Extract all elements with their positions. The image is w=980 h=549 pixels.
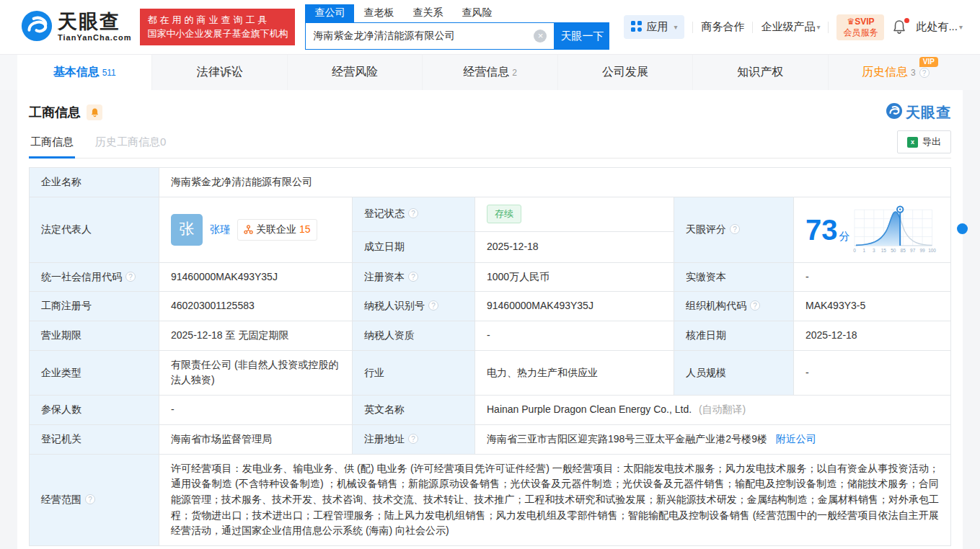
table-row: 企业类型 有限责任公司 (非自然人投资或控股的法人独资) 行业 电力、热力生产和… bbox=[30, 350, 951, 395]
logo-title: 天眼查 bbox=[58, 12, 131, 32]
svg-text:99: 99 bbox=[919, 248, 925, 253]
avatar[interactable]: 张 bbox=[171, 214, 203, 246]
legal-rep-cell: 张 张瑾 关联企业 15 bbox=[159, 197, 353, 262]
nav-more-menu[interactable]: 此处有... ▾ bbox=[916, 20, 963, 34]
chevron-down-icon: ▾ bbox=[816, 23, 820, 31]
logo-domain: TianYanCha.com bbox=[58, 34, 131, 42]
subtab-history-business-info[interactable]: 历史工商信息0 bbox=[94, 135, 167, 158]
label-text: 组织机构代码 bbox=[686, 300, 746, 311]
svg-text:85: 85 bbox=[900, 248, 906, 253]
registered-address-label: 注册地址? bbox=[353, 424, 475, 454]
search-tab-risk[interactable]: 查风险 bbox=[452, 4, 501, 22]
tab-company-development[interactable]: 公司发展 bbox=[558, 55, 693, 90]
help-icon[interactable]: ? bbox=[408, 272, 418, 282]
address-text: 海南省三亚市吉阳区迎宾路198号三亚太平金融产业港2号楼9楼 bbox=[487, 433, 767, 445]
svg-text:3: 3 bbox=[873, 248, 875, 253]
establish-date-value: 2025-12-18 bbox=[475, 231, 674, 262]
related-companies-count: 15 bbox=[299, 222, 311, 238]
score-label: 天眼评分? bbox=[674, 197, 794, 262]
company-name-value: 海南紫金龙净清洁能源有限公司 bbox=[159, 168, 951, 197]
reg-status-cell: 存续 bbox=[475, 197, 674, 231]
promo-banner: 都在用的商业查询工具 国家中小企业发展子基金旗下机构 bbox=[140, 9, 295, 46]
tab-intellectual-property[interactable]: 知识产权 bbox=[693, 55, 828, 90]
nav-more-label: 此处有... bbox=[916, 20, 958, 34]
tianyancha-logo[interactable]: 天眼查 TianYanCha.com bbox=[20, 9, 131, 45]
nav-enterprise-label: 企业级产品 bbox=[761, 20, 815, 34]
nearby-companies-link[interactable]: 附近公司 bbox=[776, 433, 816, 445]
help-icon[interactable]: ? bbox=[750, 300, 760, 311]
search-button[interactable]: 天眼一下 bbox=[555, 22, 609, 50]
subtab-business-info[interactable]: 工商信息 bbox=[29, 135, 75, 158]
tab-count: 2 bbox=[512, 68, 517, 78]
reg-status-label-text: 登记状态 bbox=[364, 207, 405, 219]
top-header: 天眼查 TianYanCha.com 都在用的商业查询工具 国家中小企业发展子基… bbox=[0, 0, 980, 55]
registration-authority-value: 海南省市场监督管理局 bbox=[159, 424, 353, 454]
tianyancha-watermark: 天眼查 bbox=[886, 102, 951, 122]
tab-label: 法律诉讼 bbox=[197, 65, 243, 80]
excel-icon: x bbox=[907, 137, 918, 148]
label-text: 注册资本 bbox=[364, 271, 405, 282]
tab-count: 3 bbox=[911, 68, 916, 78]
score-unit: 分 bbox=[839, 228, 850, 244]
legal-rep-name-link[interactable]: 张瑾 bbox=[210, 222, 230, 238]
score-label-text: 天眼评分 bbox=[686, 223, 726, 235]
search-input[interactable] bbox=[306, 30, 534, 42]
org-code-label: 组织机构代码? bbox=[674, 292, 794, 321]
tab-legal-proceedings[interactable]: 法律诉讼 bbox=[152, 55, 287, 90]
search-tab-relation[interactable]: 查关系 bbox=[403, 4, 452, 22]
svip-label: SVIP bbox=[855, 17, 874, 27]
apps-grid-icon bbox=[631, 21, 642, 34]
tab-operation-info[interactable]: 经营信息 2 bbox=[423, 55, 557, 90]
tab-label: 基本信息 bbox=[53, 65, 100, 80]
export-button[interactable]: x 导出 bbox=[897, 130, 951, 153]
table-row: 工商注册号 460203001125583 纳税人识别号? 91460000MA… bbox=[30, 292, 951, 321]
notifications-bell-icon[interactable] bbox=[892, 19, 908, 35]
tab-label: 经营信息 bbox=[463, 65, 509, 80]
nav-enterprise-products[interactable]: 企业级产品 ▾ bbox=[761, 20, 820, 34]
reg-status-label: 登记状态? bbox=[353, 197, 475, 231]
clear-search-icon[interactable]: × bbox=[534, 30, 547, 43]
search-tabs: 查公司 查老板 查关系 查风险 bbox=[305, 4, 609, 22]
help-icon[interactable]: ? bbox=[85, 494, 95, 504]
svg-text:1: 1 bbox=[862, 248, 865, 253]
tab-operation-risk[interactable]: 经营风险 bbox=[288, 55, 423, 90]
tab-label: 公司发展 bbox=[602, 65, 648, 80]
help-icon[interactable]: ? bbox=[428, 300, 438, 311]
tab-label: 历史信息 bbox=[862, 65, 908, 80]
company-type-value: 有限责任公司 (非自然人投资或控股的法人独资) bbox=[159, 350, 353, 395]
section-title: 工商信息 bbox=[29, 104, 81, 121]
vip-badge: VIP bbox=[919, 57, 938, 67]
promo-line1: 都在用的商业查询工具 bbox=[147, 14, 288, 27]
credit-code-label: 统一社会信用代码? bbox=[30, 262, 159, 292]
english-name-label: 英文名称 bbox=[353, 396, 475, 425]
svg-text:15: 15 bbox=[880, 248, 886, 253]
business-term-label: 营业期限 bbox=[30, 321, 159, 351]
monitor-bell-icon[interactable] bbox=[87, 104, 102, 120]
tab-history-info[interactable]: VIP 历史信息 3 ? bbox=[829, 55, 963, 90]
search-box: × bbox=[305, 22, 555, 50]
registration-authority-label: 登记机关 bbox=[30, 424, 159, 454]
help-icon[interactable]: ? bbox=[408, 208, 418, 218]
svip-membership-button[interactable]: ♛SVIP 会员服务 bbox=[836, 14, 884, 40]
paid-in-capital-value: - bbox=[794, 262, 951, 292]
floating-widget[interactable] bbox=[957, 223, 968, 234]
table-row: 营业期限 2025-12-18 至 无固定期限 纳税人资质 - 核准日期 202… bbox=[30, 321, 951, 351]
apps-menu[interactable]: 应用 ▾ bbox=[624, 15, 684, 39]
label-text: 注册地址 bbox=[364, 433, 405, 445]
header-nav: 应用 ▾ 商务合作 企业级产品 ▾ ♛SVIP 会员服务 此处有... ▾ bbox=[624, 14, 963, 40]
help-icon[interactable]: ? bbox=[125, 272, 136, 282]
nav-cooperation[interactable]: 商务合作 bbox=[701, 20, 744, 34]
english-name-value: Hainan Purple Dragon Clean Energy Co., L… bbox=[475, 396, 951, 425]
help-icon[interactable]: ? bbox=[408, 434, 418, 444]
related-companies-badge[interactable]: 关联企业 15 bbox=[237, 219, 317, 241]
help-icon[interactable]: ? bbox=[730, 224, 740, 234]
related-companies-label: 关联企业 bbox=[256, 222, 296, 238]
help-icon[interactable]: ? bbox=[919, 68, 930, 78]
business-scope-label: 经营范围? bbox=[30, 454, 159, 545]
tab-label: 知识产权 bbox=[737, 65, 783, 80]
search-tab-company[interactable]: 查公司 bbox=[305, 4, 354, 22]
tab-basic-info[interactable]: 基本信息 511 bbox=[17, 55, 152, 90]
search-tab-boss[interactable]: 查老板 bbox=[354, 4, 403, 22]
svg-text:100: 100 bbox=[928, 248, 936, 253]
svg-text:97: 97 bbox=[910, 248, 916, 253]
